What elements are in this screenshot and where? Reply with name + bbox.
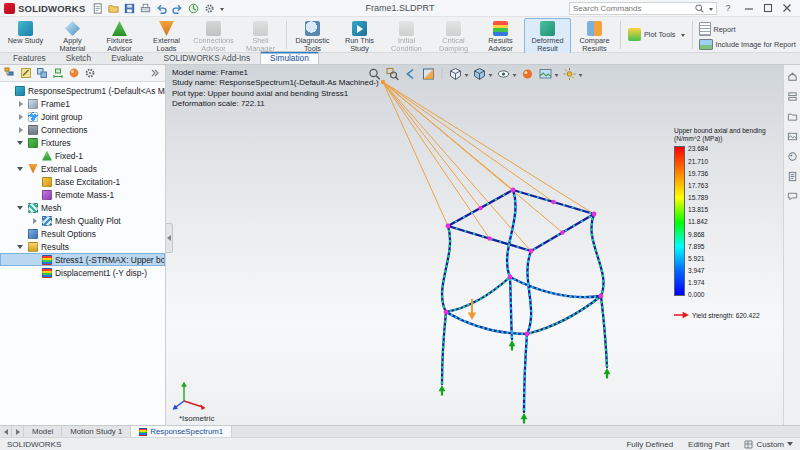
tree-item-connections[interactable]: Connections xyxy=(0,123,165,136)
pane-expand-chevron-icon[interactable] xyxy=(149,67,161,79)
report-button[interactable]: Report xyxy=(699,22,796,36)
zoom-to-area-icon[interactable] xyxy=(384,66,400,81)
forum-icon[interactable] xyxy=(786,190,798,202)
yield-strength-marker: Yield strength: 620.422 xyxy=(674,311,778,319)
expand-arrow-icon[interactable] xyxy=(17,125,25,134)
help-icon[interactable]: ? xyxy=(722,3,734,13)
view-settings-icon[interactable] xyxy=(561,66,577,81)
include-image-for-report-button[interactable]: Include Image for Report xyxy=(699,39,796,50)
expand-arrow-icon[interactable] xyxy=(17,203,25,212)
panel-collapse-handle[interactable] xyxy=(166,223,173,253)
triad-y-axis[interactable] xyxy=(181,382,187,387)
appearances-icon[interactable] xyxy=(786,150,798,162)
tree-item-frame1[interactable]: Frame1 xyxy=(0,97,165,110)
graphics-viewport[interactable]: Model name: Frame1 Study name: ResponseS… xyxy=(166,65,783,425)
tab-scroll-right-icon[interactable] xyxy=(12,426,24,437)
triad-x-axis[interactable] xyxy=(200,404,205,410)
tree-item-results[interactable]: Results xyxy=(0,240,165,253)
tab-motion-study-1[interactable]: Motion Study 1 xyxy=(62,426,131,437)
expand-arrow-icon[interactable] xyxy=(17,99,25,108)
undo-icon[interactable] xyxy=(154,1,168,15)
tree-item-study-root[interactable]: ResponseSpectrum1 (-Default<As Machined>… xyxy=(0,84,165,97)
tree-item-displacement1[interactable]: Displacement1 (-Y disp-) xyxy=(0,266,165,279)
tree-item-stress1[interactable]: Stress1 (-STRMAX: Upper bound axial and … xyxy=(0,253,165,266)
tab-evaluate[interactable]: Evaluate xyxy=(101,51,153,64)
maximize-button[interactable] xyxy=(758,1,777,16)
home-icon[interactable] xyxy=(786,70,798,82)
units-dropdown[interactable]: Custom xyxy=(744,439,793,449)
tree-item-result-options[interactable]: Result Options xyxy=(0,227,165,240)
legend-value: 13.815 xyxy=(688,206,708,213)
view-settings-dropdown-icon[interactable] xyxy=(578,74,582,79)
dimxpertmanager-tab-icon[interactable] xyxy=(52,67,64,79)
hide-show-items-dropdown-icon[interactable] xyxy=(512,74,516,79)
tree-item-external-loads[interactable]: External Loads xyxy=(0,162,165,175)
plot-tools-button[interactable]: Plot Tools xyxy=(623,26,690,43)
tree-item-fixed-1[interactable]: Fixed-1 xyxy=(0,149,165,162)
expand-arrow-icon[interactable] xyxy=(17,138,25,147)
search-icon[interactable] xyxy=(694,3,705,14)
tab-features[interactable]: Features xyxy=(3,51,56,64)
file-explorer-icon[interactable] xyxy=(786,110,798,122)
fixtures-advisor-button[interactable]: Fixtures Advisor xyxy=(96,18,143,54)
qat-dropdown-icon[interactable] xyxy=(220,8,224,13)
previous-view-icon[interactable] xyxy=(402,66,418,81)
search-box[interactable] xyxy=(569,2,717,15)
options-gear-icon[interactable] xyxy=(202,1,216,15)
apply-scene-icon[interactable] xyxy=(537,66,553,81)
print-icon[interactable] xyxy=(138,1,152,15)
minimize-button[interactable] xyxy=(739,1,758,16)
custom-properties-icon[interactable] xyxy=(786,170,798,182)
view-orientation-icon[interactable] xyxy=(447,66,463,81)
tab-responsespectrum1[interactable]: ResponseSpectrum1 xyxy=(131,426,232,437)
close-button[interactable] xyxy=(777,1,796,16)
displaymanager-tab-icon[interactable] xyxy=(68,67,80,79)
tree-item-mesh[interactable]: Mesh xyxy=(0,201,165,214)
featuremanager-tab-icon[interactable] xyxy=(4,67,16,79)
expand-arrow-icon[interactable] xyxy=(17,164,25,173)
tab-sketch[interactable]: Sketch xyxy=(56,51,101,64)
rebuild-icon[interactable] xyxy=(186,1,200,15)
zoom-to-fit-icon[interactable] xyxy=(366,66,382,81)
tree-item-joint-group[interactable]: Joint group xyxy=(0,110,165,123)
expand-arrow-icon[interactable] xyxy=(31,216,39,225)
diagnostic-tools-button[interactable]: Diagnostic Tools xyxy=(289,18,336,54)
design-library-icon[interactable] xyxy=(786,90,798,102)
view-orientation-dropdown-icon[interactable] xyxy=(464,74,468,79)
model-name-line: Model name: Frame1 xyxy=(172,68,379,78)
search-input[interactable] xyxy=(573,4,692,13)
tree-item-remote-mass-1[interactable]: Remote Mass-1 xyxy=(0,188,165,201)
cam-tab-icon[interactable] xyxy=(84,67,96,79)
tree-item-base-excitation-1[interactable]: Base Excitation-1 xyxy=(0,175,165,188)
expand-arrow-icon[interactable] xyxy=(17,112,25,121)
tab-model[interactable]: Model xyxy=(24,426,62,437)
plot-tools-dropdown-icon xyxy=(681,34,685,39)
deformed-result-button[interactable]: Deformed Result xyxy=(524,18,571,54)
orientation-triad[interactable] xyxy=(170,377,214,413)
save-icon[interactable] xyxy=(122,1,136,15)
new-document-icon[interactable] xyxy=(90,1,104,15)
display-style-icon[interactable] xyxy=(471,66,487,81)
tab-scroll-left-icon[interactable] xyxy=(0,426,12,437)
propertymanager-tab-icon[interactable] xyxy=(20,67,32,79)
edit-appearance-icon[interactable] xyxy=(519,66,535,81)
search-scope-dropdown-icon[interactable] xyxy=(709,8,713,13)
open-document-icon[interactable] xyxy=(106,1,120,15)
view-palette-icon[interactable] xyxy=(786,130,798,142)
display-style-dropdown-icon[interactable] xyxy=(488,74,492,79)
tree-item-mesh-quality-plot[interactable]: Mesh Quality Plot xyxy=(0,214,165,227)
connections-icon xyxy=(28,125,38,135)
apply-scene-dropdown-icon[interactable] xyxy=(554,74,558,79)
redo-icon[interactable] xyxy=(170,1,184,15)
section-view-icon[interactable] xyxy=(420,66,436,81)
run-this-study-button[interactable]: Run This Study xyxy=(336,18,383,54)
results-advisor-button[interactable]: Results Advisor xyxy=(477,18,524,54)
tree-item-fixtures[interactable]: Fixtures xyxy=(0,136,165,149)
configurationmanager-tab-icon[interactable] xyxy=(36,67,48,79)
compare-results-button[interactable]: Compare Results xyxy=(571,18,618,54)
new-study-button[interactable]: New Study xyxy=(2,18,49,46)
legend-value: 0.000 xyxy=(688,291,708,298)
hide-show-items-icon[interactable] xyxy=(495,66,511,81)
apply-material-button[interactable]: Apply Material xyxy=(49,18,96,54)
expand-arrow-icon[interactable] xyxy=(17,242,25,251)
